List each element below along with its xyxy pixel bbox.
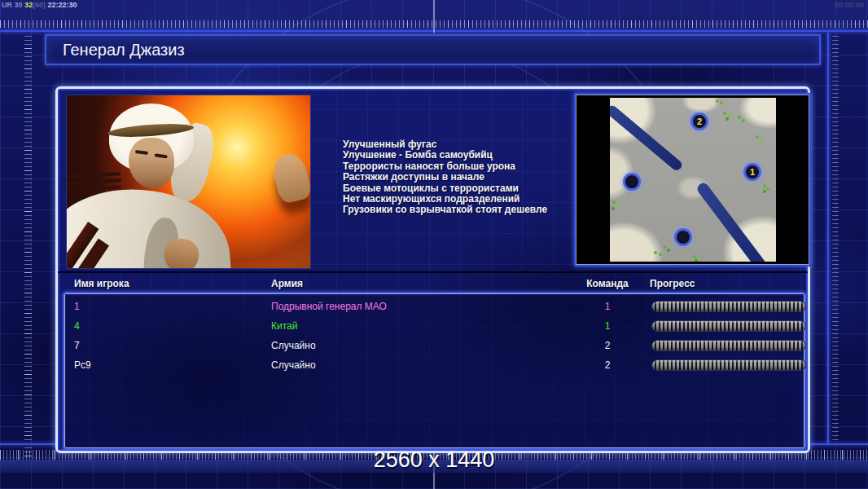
player-team: 2 [591, 355, 624, 375]
player-army: Случайно [271, 336, 316, 355]
page-title: Генерал Джазиз [63, 36, 819, 64]
feature-item: Растяжки доступны в начале [343, 172, 587, 183]
fps-cap: (60) [33, 1, 46, 9]
minimap-river-upper [610, 104, 684, 173]
column-header-team: Команда [579, 278, 636, 293]
load-progress-fill [652, 321, 805, 331]
load-progress-bar [651, 320, 806, 332]
minimap-river-lower [695, 181, 770, 262]
loading-panel: Улучшенный фугас Улучшение - Бомба самоу… [55, 86, 810, 453]
player-army: Случайно [271, 355, 316, 375]
start-position-marker-1: 1 [743, 163, 761, 181]
player-name: Pc9 [74, 355, 91, 375]
load-progress-fill [652, 341, 805, 350]
load-progress-fill [652, 360, 805, 370]
player-army: Подрывной генерал МАО [271, 297, 387, 316]
minimap-terrain: 2 1 [610, 98, 776, 262]
tree-cluster [654, 251, 657, 254]
column-header-army: Армия [271, 278, 303, 293]
feature-item: Боевые мотоциклы с террористами [343, 183, 587, 194]
player-name: 7 [74, 336, 80, 355]
player-team: 2 [591, 336, 624, 355]
general-portrait-image [66, 95, 311, 269]
load-progress-bar [651, 301, 806, 312]
start-position-marker-2: 2 [690, 112, 708, 130]
player-row: 1 Подрывной генерал МАО 1 [64, 297, 804, 316]
status-prefix: UR 30 [2, 1, 24, 9]
player-row: 4 Китай 1 [64, 316, 804, 336]
tree-cluster [612, 200, 616, 204]
debug-status-text: UR 30 32(60) 22:22:30 [2, 1, 77, 9]
column-header-progress: Прогресс [650, 278, 695, 293]
tree-cluster [756, 135, 759, 139]
fps-value: 32 [24, 1, 33, 9]
player-team: 1 [591, 297, 624, 316]
tree-cluster [723, 112, 726, 115]
left-ruler-ticks [24, 33, 32, 456]
load-progress-bar [651, 340, 806, 351]
right-ruler-ticks [832, 33, 839, 444]
tree-cluster [664, 245, 667, 249]
player-army: Китай [271, 316, 297, 336]
player-team: 1 [591, 316, 624, 336]
load-progress-fill [652, 302, 805, 311]
table-separator-line [58, 271, 808, 273]
feature-item: Улучшение - Бомба самоубийц [343, 150, 587, 161]
feature-item: Грузовики со взрывчаткой стоят дешевле [343, 205, 587, 215]
right-accent-line [827, 33, 829, 444]
match-timer: 00:00:00 [835, 1, 864, 9]
tree-cluster [693, 255, 696, 258]
center-crosshair-top [433, 0, 435, 33]
tree-cluster [716, 99, 719, 103]
column-header-player-name: Имя игрока [74, 278, 129, 293]
player-list-panel: 1 Подрывной генерал МАО 1 4 Китай 1 7 Сл… [63, 292, 806, 450]
start-position-marker-unnumbered [674, 228, 692, 246]
tree-cluster [763, 184, 766, 187]
minimap-panel: 2 1 [574, 93, 811, 267]
start-position-marker-unnumbered [623, 173, 641, 191]
scaffold-silhouette [66, 172, 121, 178]
feature-item: Террористы наносят больше урона [343, 161, 587, 172]
loading-screen: { "status_bar": { "left_prefix": "UR 30 … [0, 0, 868, 489]
system-clock: 22:22:30 [46, 1, 77, 9]
player-name: 1 [74, 297, 80, 316]
player-row: Pc9 Случайно 2 [64, 355, 804, 375]
resolution-label: 2560 x 1440 [0, 447, 868, 473]
load-progress-bar [651, 359, 806, 371]
tree-cluster [738, 116, 741, 119]
portrait-raised-hand [270, 151, 311, 205]
portrait-face [129, 138, 174, 188]
player-name: 4 [74, 316, 80, 336]
player-row: 7 Случайно 2 [64, 336, 804, 355]
title-bar: Генерал Джазиз [45, 34, 821, 65]
feature-item: Нет маскирующихся подразделений [343, 194, 587, 205]
general-features-list: Улучшенный фугас Улучшение - Бомба самоу… [343, 139, 587, 216]
